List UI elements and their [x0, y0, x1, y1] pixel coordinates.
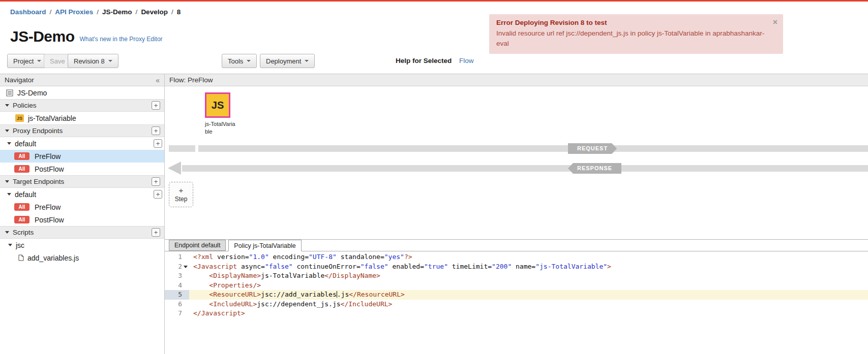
sidebar-item-target-endpoint-default[interactable]: default +	[0, 188, 164, 201]
section-label: Scripts	[13, 229, 34, 236]
breadcrumb-separator: /	[97, 8, 99, 16]
code-line-text: <IncludeURL>jsc://dependent_js.js</Inclu…	[189, 300, 392, 309]
add-step-button[interactable]: + Step	[169, 182, 193, 207]
javascript-policy-icon: JS	[15, 114, 24, 122]
flow-label: PreFlow	[35, 152, 61, 160]
sidebar-section-target-endpoints[interactable]: Target Endpoints +	[0, 175, 164, 188]
proxy-icon	[6, 89, 13, 96]
condition-all-badge: All	[14, 152, 29, 160]
sidebar-item-jsc-folder[interactable]: jsc	[0, 239, 164, 251]
line-number-gutter: 7	[165, 309, 189, 318]
policy-node-label: js-TotalVariable	[205, 120, 235, 136]
chevron-down-icon	[37, 60, 41, 62]
add-target-endpoint-button[interactable]: +	[152, 177, 160, 186]
policy-node-js-totalvariable[interactable]: JS js-TotalVariable	[205, 92, 246, 136]
flow-label: PostFlow	[35, 165, 64, 173]
flow-label: PostFlow	[35, 216, 64, 224]
sidebar-section-policies[interactable]: Policies +	[0, 99, 164, 112]
condition-all-badge: All	[14, 203, 29, 211]
add-policy-button[interactable]: +	[152, 101, 160, 110]
sidebar-item-proxy-endpoint-default[interactable]: default +	[0, 137, 164, 150]
line-number-gutter: 1	[165, 252, 189, 262]
flow-title: Flow: PreFlow	[169, 76, 213, 84]
disclosure-triangle-icon[interactable]	[7, 142, 11, 145]
condition-all-badge: All	[14, 165, 29, 173]
line-number-gutter: 6	[165, 300, 189, 309]
disclosure-triangle-icon[interactable]	[5, 104, 9, 107]
help-for-selected-label: Help for Selected	[396, 57, 452, 65]
line-number-gutter: 4	[165, 281, 189, 291]
close-icon[interactable]: ×	[773, 18, 777, 26]
disclosure-triangle-icon[interactable]	[7, 193, 11, 196]
file-icon	[18, 254, 24, 261]
sidebar-item-target-preflow[interactable]: All PreFlow	[0, 201, 164, 213]
chevron-down-icon	[305, 60, 309, 62]
endpoint-group-label: default	[15, 190, 36, 199]
breadcrumb-proxy-name: JS-Demo	[102, 8, 132, 16]
code-line-text: <ResourceURL>jsc://add_variables.js</Res…	[189, 290, 405, 300]
sidebar-section-proxy-endpoints[interactable]: Proxy Endpoints +	[0, 124, 164, 137]
disclosure-triangle-icon[interactable]	[8, 244, 12, 246]
breadcrumb-revision: 8	[177, 8, 181, 16]
response-flow-segment	[182, 165, 868, 172]
disclosure-triangle-icon[interactable]	[5, 130, 9, 132]
add-flow-button[interactable]: +	[154, 139, 162, 148]
section-label: Target Endpoints	[13, 178, 64, 185]
script-file-label: add_variables.js	[27, 254, 79, 262]
breadcrumb-develop: Develop	[141, 8, 168, 16]
add-flow-button[interactable]: +	[154, 190, 162, 199]
disclosure-triangle-icon[interactable]	[5, 180, 9, 183]
code-line[interactable]: 5 <ResourceURL>jsc://add_variables.js</R…	[165, 290, 868, 300]
breadcrumb-separator: /	[50, 8, 52, 16]
chevron-down-icon	[247, 60, 251, 62]
deployment-menu-button[interactable]: Deployment	[260, 54, 315, 68]
code-line[interactable]: 7</Javascript>	[165, 309, 868, 318]
collapse-sidebar-icon[interactable]: «	[156, 76, 160, 84]
sidebar-item-proxy-preflow[interactable]: All PreFlow	[0, 150, 164, 163]
javascript-policy-icon[interactable]: JS	[205, 92, 230, 118]
whats-new-link[interactable]: What's new in the Proxy Editor	[80, 36, 163, 43]
add-proxy-endpoint-button[interactable]: +	[152, 126, 160, 135]
breadcrumb-api-proxies[interactable]: API Proxies	[55, 8, 93, 16]
sidebar-item-target-postflow[interactable]: All PostFlow	[0, 213, 164, 226]
sidebar-item-add-variables-js[interactable]: add_variables.js	[0, 251, 164, 264]
code-lines: 1<?xml version="1.0" encoding="UTF-8" st…	[165, 252, 868, 318]
tab-endpoint-default[interactable]: Endpoint default	[169, 240, 226, 251]
disclosure-triangle-icon[interactable]	[5, 231, 9, 234]
code-line-text: </Javascript>	[189, 309, 245, 318]
project-menu-button[interactable]: Project	[7, 54, 47, 68]
revision-menu-button[interactable]: Revision 8	[68, 54, 118, 68]
code-line[interactable]: 3 <DisplayName>js-TotalVariable</Display…	[165, 271, 868, 281]
code-line[interactable]: 4 <Properties/>	[165, 281, 868, 291]
code-line-text: <?xml version="1.0" encoding="UTF-8" sta…	[189, 252, 412, 262]
flow-canvas[interactable]: JS js-TotalVariable REQUEST RESPONSE + S…	[165, 86, 868, 239]
tab-policy-js-totalvariable[interactable]: Policy js-TotalVariable	[228, 240, 301, 251]
code-line-text: <Properties/>	[189, 281, 261, 291]
navigator-header: Navigator «	[0, 74, 164, 86]
save-button[interactable]: Save	[44, 54, 71, 68]
response-flow-line: RESPONSE	[165, 165, 868, 172]
request-label-badge: REQUEST	[568, 143, 617, 154]
sidebar-section-scripts[interactable]: Scripts +	[0, 226, 164, 239]
code-line[interactable]: 1<?xml version="1.0" encoding="UTF-8" st…	[165, 252, 868, 262]
code-line[interactable]: 2<Javascript async="false" continueOnErr…	[165, 262, 868, 272]
code-panel: Endpoint default Policy js-TotalVariable…	[165, 239, 868, 354]
request-flow-segment	[169, 145, 195, 152]
add-script-button[interactable]: +	[152, 228, 160, 237]
sidebar-item-proxy-root[interactable]: JS-Demo	[0, 86, 164, 99]
script-folder-label: jsc	[16, 241, 24, 249]
code-fold-icon[interactable]	[184, 266, 188, 268]
sidebar-item-policy-js-totalvariable[interactable]: JS js-TotalVariable	[0, 112, 164, 124]
sidebar-item-proxy-postflow[interactable]: All PostFlow	[0, 163, 164, 175]
code-editor[interactable]: 1<?xml version="1.0" encoding="UTF-8" st…	[165, 251, 868, 354]
breadcrumb-dashboard[interactable]: Dashboard	[10, 8, 46, 16]
code-line[interactable]: 6 <IncludeURL>jsc://dependent_js.js</Inc…	[165, 300, 868, 309]
error-banner-message: Invalid resource url ref jsc://dependent…	[496, 28, 766, 49]
policy-label: js-TotalVariable	[28, 114, 76, 122]
line-number-gutter: 5	[165, 290, 189, 300]
code-tab-bar: Endpoint default Policy js-TotalVariable	[165, 240, 868, 251]
section-label: Proxy Endpoints	[13, 127, 63, 135]
flow-help-link[interactable]: Flow	[459, 57, 474, 65]
tools-menu-button[interactable]: Tools	[222, 54, 257, 68]
line-number-gutter: 2	[165, 262, 189, 272]
